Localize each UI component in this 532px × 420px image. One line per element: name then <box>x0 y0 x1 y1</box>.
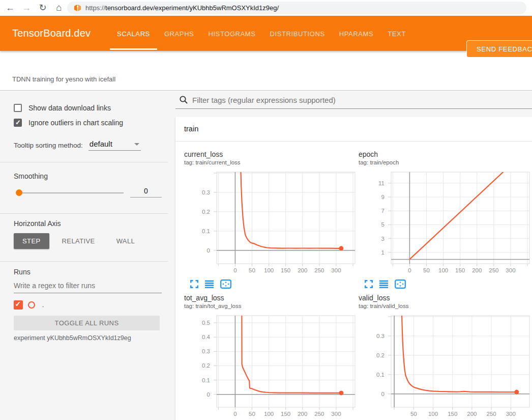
url-text: https://tensorboard.dev/experiment/yKUbh… <box>85 4 279 12</box>
log-scale-icon[interactable] <box>205 280 214 288</box>
svg-text:0.1: 0.1 <box>202 377 210 383</box>
back-icon[interactable]: ← <box>4 1 16 14</box>
svg-text:0.1: 0.1 <box>202 228 210 234</box>
tensorboard-logo: TensorBoard.dev <box>12 16 91 51</box>
svg-text:100: 100 <box>428 411 438 416</box>
svg-text:200: 200 <box>472 267 482 273</box>
home-icon[interactable]: ⌂ <box>53 1 65 14</box>
experiment-id-label: experiment yKUbhb5wRmOSXYkId1z9eg <box>14 334 131 342</box>
svg-text:5: 5 <box>381 221 385 228</box>
svg-text:0.2: 0.2 <box>202 362 210 369</box>
runs-label: Runs <box>14 268 31 276</box>
filter-tags-placeholder: Filter tags (regular expressions support… <box>192 96 336 104</box>
svg-text:0.2: 0.2 <box>376 352 385 358</box>
svg-text:0.1: 0.1 <box>376 372 385 378</box>
chart-toolbar <box>190 278 357 290</box>
line-chart[interactable]: 05010015020025030000.10.20.3 <box>184 170 356 273</box>
send-feedback-button[interactable]: SEND FEEDBACK <box>466 40 532 58</box>
svg-text:0: 0 <box>233 267 237 273</box>
experiment-title-bar: TDNN training for yesno with icefall <box>0 51 532 91</box>
show-download-links-checkbox-row[interactable]: Show data download links <box>14 104 111 112</box>
fullscreen-icon[interactable] <box>190 280 198 288</box>
toggle-all-runs-button[interactable]: TOGGLE ALL RUNS <box>14 316 160 330</box>
chart-tag: tag: train/current_loss <box>184 159 357 166</box>
reload-icon[interactable]: ↻ <box>37 1 49 14</box>
divider <box>0 261 168 262</box>
tab-graphs[interactable]: GRAPHS <box>157 16 201 51</box>
chart-tot-avg-loss: tot_avg_loss tag: train/tot_avg_loss 050… <box>184 294 357 420</box>
wall-button[interactable]: WALL <box>108 233 144 249</box>
run-checkbox-icon[interactable] <box>14 300 23 310</box>
svg-text:0.3: 0.3 <box>202 348 210 354</box>
svg-text:0.3: 0.3 <box>376 333 385 339</box>
divider <box>0 162 168 162</box>
svg-text:150: 150 <box>281 411 290 416</box>
svg-text:0.4: 0.4 <box>202 334 211 340</box>
tooltip-sorting-select[interactable]: default <box>88 139 141 151</box>
line-chart[interactable]: 0501001502002503001357911 <box>359 170 530 273</box>
browser-toolbar: ← → ↻ ⌂ https://tensorboard.dev/experime… <box>0 0 532 16</box>
tooltip-sorting-label: Tooltip sorting method: <box>14 142 83 151</box>
line-chart[interactable]: 05010015020025030000.10.20.30.40.5 <box>184 314 356 416</box>
show-download-links-label: Show data download links <box>28 104 111 112</box>
svg-text:50: 50 <box>249 411 255 416</box>
address-bar[interactable]: https://tensorboard.dev/experiment/yKUbh… <box>67 2 526 14</box>
svg-text:0.2: 0.2 <box>202 209 210 215</box>
smoothing-label: Smoothing <box>14 172 48 180</box>
tab-histograms[interactable]: HISTOGRAMS <box>201 16 262 51</box>
slider-knob[interactable] <box>16 189 22 196</box>
checkbox-icon[interactable] <box>14 119 22 127</box>
tab-distributions[interactable]: DISTRIBUTIONS <box>263 16 332 51</box>
svg-text:300: 300 <box>331 411 341 416</box>
svg-text:50: 50 <box>249 267 255 273</box>
chart-current-loss: current_loss tag: train/current_loss 050… <box>184 150 357 290</box>
fit-domain-icon[interactable] <box>220 279 231 289</box>
fullscreen-icon[interactable] <box>365 280 373 288</box>
chart-toolbar <box>365 278 531 290</box>
svg-text:150: 150 <box>448 411 457 416</box>
run-color-swatch-icon[interactable] <box>28 301 35 309</box>
svg-text:100: 100 <box>264 267 274 273</box>
line-chart[interactable]: 5010015020025030000.10.20.3 <box>359 314 530 416</box>
svg-text:250: 250 <box>489 267 498 273</box>
tab-text[interactable]: TEXT <box>380 16 413 51</box>
group-header-train[interactable]: train <box>175 117 532 142</box>
chart-title: tot_avg_loss <box>184 294 357 302</box>
run-name: . <box>42 301 44 309</box>
smoothing-value[interactable]: 0 <box>130 187 162 198</box>
svg-text:250: 250 <box>314 411 324 416</box>
svg-text:100: 100 <box>438 267 448 273</box>
chart-title: epoch <box>359 150 531 159</box>
svg-text:0: 0 <box>233 411 237 416</box>
fit-domain-icon[interactable] <box>395 279 406 289</box>
svg-text:300: 300 <box>331 267 341 273</box>
chart-tag: tag: train/tot_avg_loss <box>184 302 357 310</box>
svg-text:3: 3 <box>381 236 385 242</box>
search-icon <box>179 95 188 104</box>
slider-track[interactable] <box>19 192 124 193</box>
svg-text:200: 200 <box>298 411 307 416</box>
log-scale-icon[interactable] <box>379 280 388 288</box>
svg-text:9: 9 <box>381 194 385 200</box>
svg-text:300: 300 <box>506 267 515 273</box>
checkbox-icon[interactable] <box>14 104 22 112</box>
ignore-outliers-checkbox-row[interactable]: Ignore outliers in chart scaling <box>14 119 123 127</box>
svg-text:0.5: 0.5 <box>202 320 210 326</box>
svg-text:200: 200 <box>298 267 307 273</box>
svg-text:0: 0 <box>207 391 210 398</box>
forward-icon[interactable]: → <box>20 1 33 14</box>
tab-hparams[interactable]: HPARAMS <box>332 16 381 51</box>
run-list-item: . <box>14 300 44 310</box>
tab-scalars[interactable]: SCALARS <box>110 16 157 51</box>
chart-epoch: epoch tag: train/epoch 05010015020025030… <box>359 150 531 290</box>
step-button[interactable]: STEP <box>14 233 49 249</box>
relative-button[interactable]: RELATIVE <box>53 233 104 249</box>
runs-filter-input[interactable]: Write a regex to filter runs <box>14 282 162 293</box>
chevron-down-icon <box>134 143 139 146</box>
experiment-title: TDNN training for yesno with icefall <box>12 75 115 83</box>
filter-tags-input[interactable]: Filter tags (regular expressions support… <box>175 91 532 109</box>
svg-text:250: 250 <box>487 411 496 416</box>
horizontal-axis-label: Horizontal Axis <box>14 219 61 228</box>
svg-text:0: 0 <box>207 247 210 254</box>
svg-text:150: 150 <box>455 267 465 273</box>
